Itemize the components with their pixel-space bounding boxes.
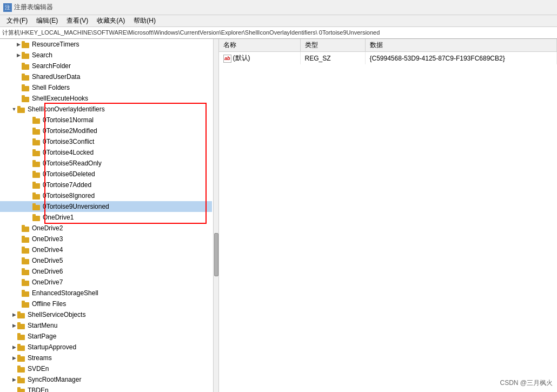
table-header-row: 名称 类型 数据 <box>219 39 557 52</box>
tree-item-search-folder[interactable]: SearchFolder <box>0 61 212 71</box>
expand-arrow[interactable] <box>15 63 22 69</box>
expand-arrow[interactable] <box>15 236 22 242</box>
expand-arrow[interactable] <box>26 214 32 221</box>
tree-item-label: 0Tortoise8Ignored <box>43 192 95 200</box>
tree-item-onedrive7[interactable]: OneDrive7 <box>0 277 212 288</box>
folder-icon <box>17 354 26 362</box>
tree-item-sync-root-manager[interactable]: ▶SyncRootManager <box>0 374 212 385</box>
folder-icon <box>17 376 26 383</box>
expand-arrow[interactable] <box>11 333 17 340</box>
tree-item-enhanced-storage[interactable]: EnhancedStorageShell <box>0 288 212 298</box>
tree-item-offline-files[interactable]: Offline Files <box>0 298 212 309</box>
expand-arrow[interactable] <box>26 171 32 177</box>
tree-item-label: OneDrive7 <box>32 278 63 286</box>
tree-item-shell-folders[interactable]: Shell Folders <box>0 82 212 93</box>
address-bar: 计算机\HKEY_LOCAL_MACHINE\SOFTWARE\Microsof… <box>0 27 557 39</box>
tree-item-tortoise5[interactable]: 0Tortoise5ReadOnly <box>0 158 212 169</box>
tree-item-label: SVDEn <box>28 365 49 373</box>
expand-arrow[interactable] <box>15 301 22 307</box>
tree-item-shell-service-objects[interactable]: ▶ShellServiceObjects <box>0 309 212 320</box>
tree-item-shell-execute-hooks[interactable]: ShellExecuteHooks <box>0 93 212 104</box>
expand-arrow[interactable] <box>11 387 17 392</box>
table-row[interactable]: ab(默认)REG_SZ{C5994568-53D9-4125-87C9-F19… <box>219 52 557 65</box>
folder-icon <box>32 214 41 221</box>
expand-arrow[interactable] <box>26 138 32 145</box>
expand-arrow[interactable]: ▶ <box>11 355 17 361</box>
expand-arrow[interactable] <box>15 279 22 285</box>
tree-item-tortoise7[interactable]: 0Tortoise7Added <box>0 180 212 190</box>
tree-item-startup-approved[interactable]: ▶StartupApproved <box>0 342 212 353</box>
tree-container: ▶ResourceTimers▶SearchSearchFolderShared… <box>0 39 218 392</box>
tree-item-shell-icon-overlay[interactable]: ▼ShellIconOverlayIdentifiers <box>0 104 212 115</box>
expand-arrow[interactable] <box>15 290 22 296</box>
tree-item-resource-timers[interactable]: ▶ResourceTimers <box>0 39 212 50</box>
tree-item-label: 0Tortoise4Locked <box>43 149 94 156</box>
expand-arrow[interactable] <box>15 268 22 275</box>
folder-icon <box>32 127 41 135</box>
tree-item-onedrive3[interactable]: OneDrive3 <box>0 234 212 244</box>
folder-icon <box>32 170 41 178</box>
folder-icon <box>32 149 41 156</box>
tree-item-onedrive4[interactable]: OneDrive4 <box>0 244 212 255</box>
tree-item-label: 0Tortoise1Normal <box>43 116 94 124</box>
expand-arrow[interactable] <box>26 182 32 188</box>
folder-icon <box>22 268 30 275</box>
expand-arrow[interactable]: ▶ <box>11 344 17 350</box>
expand-arrow[interactable] <box>26 117 32 123</box>
folder-icon <box>17 322 26 329</box>
tree-item-shared-user-data[interactable]: SharedUserData <box>0 71 212 82</box>
expand-arrow[interactable]: ▶ <box>15 52 22 58</box>
menu-file[interactable]: 文件(F) <box>2 15 32 26</box>
folder-icon <box>17 105 26 113</box>
tree-item-streams[interactable]: ▶Streams <box>0 353 212 363</box>
tree-item-tbden[interactable]: TBDEn <box>0 385 212 392</box>
expand-arrow[interactable] <box>15 84 22 91</box>
expand-arrow[interactable] <box>26 160 32 167</box>
tree-scrollbar[interactable] <box>213 39 218 392</box>
tree-item-onedrive5[interactable]: OneDrive5 <box>0 255 212 266</box>
tree-item-label: OneDrive2 <box>32 224 63 232</box>
tree-item-label: SearchFolder <box>32 62 71 70</box>
tree-item-onedrive2[interactable]: OneDrive2 <box>0 223 212 234</box>
expand-arrow[interactable]: ▶ <box>11 322 17 329</box>
expand-arrow[interactable]: ▶ <box>15 41 22 48</box>
tree-item-tortoise3[interactable]: 0Tortoise3Conflict <box>0 136 212 147</box>
tree-item-start-menu[interactable]: ▶StartMenu <box>0 320 212 331</box>
tree-pane[interactable]: ▶ResourceTimers▶SearchSearchFolderShared… <box>0 39 219 392</box>
tree-item-search[interactable]: ▶Search <box>0 50 212 61</box>
tree-item-label: ShellServiceObjects <box>28 311 85 318</box>
menu-edit[interactable]: 编辑(E) <box>32 15 62 26</box>
expand-arrow[interactable] <box>11 366 17 372</box>
expand-arrow[interactable] <box>26 192 32 199</box>
tree-item-label: ResourceTimers <box>32 41 79 48</box>
menu-favorites[interactable]: 收藏夹(A) <box>92 15 129 26</box>
expand-arrow[interactable]: ▶ <box>11 376 17 383</box>
expand-arrow[interactable] <box>15 74 22 80</box>
tree-item-label: EnhancedStorageShell <box>32 289 98 297</box>
expand-arrow[interactable] <box>15 95 22 102</box>
expand-arrow[interactable] <box>26 128 32 134</box>
menu-help[interactable]: 帮助(H) <box>129 15 160 26</box>
expand-arrow[interactable] <box>15 247 22 253</box>
tree-item-onedrive6[interactable]: OneDrive6 <box>0 266 212 277</box>
tree-item-tortoise1[interactable]: 0Tortoise1Normal <box>0 115 212 125</box>
tree-item-tortoise4[interactable]: 0Tortoise4Locked <box>0 147 212 158</box>
menu-view[interactable]: 查看(V) <box>62 15 92 26</box>
tree-item-start-page[interactable]: StartPage <box>0 331 212 342</box>
tree-item-tortoise9[interactable]: 0Tortoise9Unversioned <box>0 201 212 212</box>
tree-scrollbar-thumb[interactable] <box>214 233 218 276</box>
tree-item-label: OneDrive1 <box>43 214 74 221</box>
expand-arrow[interactable] <box>26 203 32 210</box>
expand-arrow[interactable] <box>15 225 22 231</box>
expand-arrow[interactable]: ▼ <box>11 106 17 112</box>
tree-item-svden[interactable]: SVDEn <box>0 363 212 374</box>
folder-icon <box>22 224 30 232</box>
expand-arrow[interactable] <box>26 149 32 156</box>
expand-arrow[interactable]: ▶ <box>11 311 17 318</box>
tree-item-tortoise8[interactable]: 0Tortoise8Ignored <box>0 190 212 201</box>
folder-icon <box>22 95 30 102</box>
tree-item-onedrive1[interactable]: OneDrive1 <box>0 212 212 223</box>
tree-item-tortoise6[interactable]: 0Tortoise6Deleted <box>0 169 212 180</box>
tree-item-tortoise2[interactable]: 0Tortoise2Modified <box>0 125 212 136</box>
expand-arrow[interactable] <box>15 257 22 264</box>
